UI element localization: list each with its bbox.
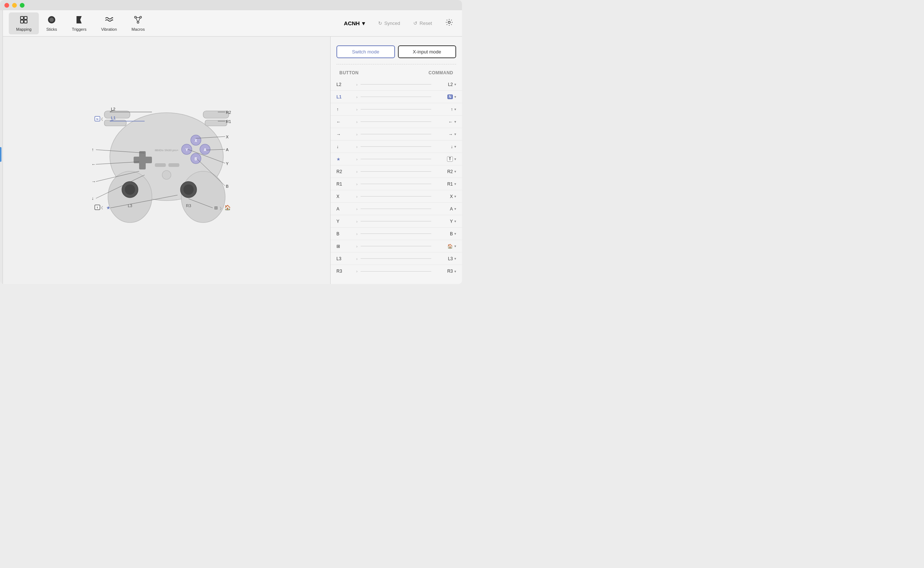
cmd-r1-dropdown[interactable]: ▾ [454,182,456,186]
btn-a: A [336,206,355,211]
cmd-home-dropdown[interactable]: ▾ [454,244,456,248]
cmd-y-dropdown[interactable]: ▾ [454,219,456,223]
cmd-l3-dropdown[interactable]: ▾ [454,257,456,261]
switch-mode-button[interactable]: Switch mode [336,45,395,58]
toolbar-right: ACNH ▾ ↻ Synced ↺ Reset [341,17,456,30]
cmd-r3-dropdown[interactable]: ▾ [454,269,456,273]
cmd-l2-dropdown[interactable]: ▾ [454,82,456,86]
svg-text:⊞: ⊞ [214,205,218,210]
line-r3 [361,271,431,272]
close-button[interactable] [5,3,9,8]
sidebar [0,10,3,284]
button-col-header: Button [339,70,359,76]
svg-text:X: X [195,139,197,143]
controller-panel: X A B Y 8BitDo SN30 pro+ [3,36,330,284]
divider [336,64,456,64]
svg-point-38 [162,171,171,179]
tab-sticks[interactable]: Sticks [39,12,64,35]
svg-text:→: → [92,179,96,184]
svg-text:↑: ↑ [92,147,94,152]
cmd-r2-dropdown[interactable]: ▾ [454,169,456,174]
tab-triggers[interactable]: Triggers [64,12,94,35]
tab-mapping[interactable]: Mapping [9,12,39,35]
svg-text:A: A [204,148,206,152]
sync-action[interactable]: ↻ Synced [375,19,403,27]
cmd-left-label: ← [448,119,453,124]
btn-r2: R2 [336,169,355,174]
cmd-home: 🏠 ▾ [434,244,456,249]
mapping-row-x: X › X ▾ [331,190,462,203]
mapping-row-r1: R1 › R1 ▾ [331,178,462,190]
mapping-row-home: ⊞ › 🏠 ▾ [331,240,462,252]
arrow-b: › [356,232,358,236]
cmd-right-dropdown[interactable]: ▾ [454,132,456,136]
settings-button[interactable] [442,17,456,30]
svg-marker-6 [77,16,82,23]
mapping-row-b: B › B ▾ [331,228,462,240]
mapping-row-up: ↑ › ↑ ▾ [331,103,462,116]
cmd-up-dropdown[interactable]: ▾ [454,107,456,111]
cmd-b: B ▾ [434,231,456,236]
cmd-left-dropdown[interactable]: ▾ [454,120,456,124]
tab-sticks-label: Sticks [47,27,57,32]
app-container: Mapping Sticks [0,10,462,284]
cmd-right: → ▾ [434,132,456,137]
btn-y: Y [336,219,355,224]
cmd-r3-label: R3 [448,269,453,274]
controller-area: X A B Y 8BitDo SN30 pro+ [71,73,262,248]
cmd-x-dropdown[interactable]: ▾ [454,194,456,198]
cmd-down-label: ↓ [451,144,453,149]
btn-left: ← [336,119,355,124]
btn-b: B [336,231,355,236]
tab-vibration[interactable]: Vibration [94,12,124,35]
arrow-r2: › [356,169,358,174]
line-r1 [361,184,431,184]
svg-point-5 [50,18,54,22]
svg-text:T: T [97,206,98,209]
svg-rect-20 [205,120,227,126]
tab-macros[interactable]: Macros [124,12,152,35]
reset-icon: ↺ [413,21,417,26]
right-panel: Switch mode X-input mode Button Command … [330,36,462,284]
xinput-mode-button[interactable]: X-input mode [398,45,457,58]
btn-home: ⊞ [336,244,355,249]
main-split: X A B Y 8BitDo SN30 pro+ [3,36,462,284]
mode-buttons: Switch mode X-input mode [331,42,462,64]
cmd-l3: L3 ▾ [434,256,456,261]
btn-star: ★ [336,157,355,162]
svg-rect-3 [24,20,27,23]
reset-action[interactable]: ↺ Reset [410,19,435,27]
cmd-star: T ▾ [434,156,456,162]
nav-tabs: Mapping Sticks [9,12,341,35]
svg-rect-22 [134,157,152,163]
svg-line-11 [136,18,138,21]
maximize-button[interactable] [20,3,24,8]
svg-text:❮: ❮ [101,117,104,121]
svg-text:R1: R1 [226,119,231,124]
svg-point-13 [448,21,450,23]
arrow-y: › [356,219,358,224]
sync-label: Synced [384,21,400,26]
cmd-l1-dropdown[interactable]: ▾ [454,95,456,99]
toolbar: Mapping Sticks [3,10,462,36]
cmd-x-label: X [450,194,453,199]
mapping-row-star: ★ › T ▾ [331,153,462,165]
cmd-r1-label: R1 [448,181,453,187]
cmd-a-dropdown[interactable]: ▾ [454,207,456,211]
mapping-icon [20,15,28,26]
cmd-home-label: 🏠 [448,244,453,249]
profile-selector[interactable]: ACNH ▾ [341,19,367,28]
line-y [361,221,431,221]
svg-text:Y: Y [186,148,188,152]
svg-point-7 [135,16,136,18]
btn-l1: L1 [336,94,355,100]
cmd-down-dropdown[interactable]: ▾ [454,145,456,149]
command-col-header: Command [429,70,454,76]
cmd-star-dropdown[interactable]: ▾ [454,157,456,161]
cmd-b-dropdown[interactable]: ▾ [454,232,456,236]
btn-r3: R3 [336,269,355,274]
svg-text:B: B [226,184,228,189]
arrow-right: › [356,132,358,136]
minimize-button[interactable] [12,3,17,8]
line-b [361,234,431,234]
